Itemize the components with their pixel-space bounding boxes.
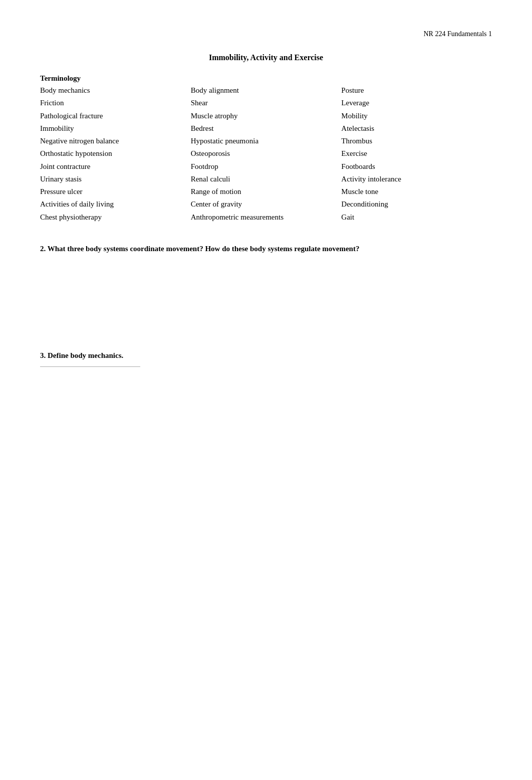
term-item: Footdrop	[191, 161, 342, 172]
term-item: Hypostatic pneumonia	[191, 135, 342, 147]
term-item: Friction	[40, 97, 191, 109]
page-title: Immobility, Activity and Exercise	[40, 53, 492, 62]
term-item: Atelectasis	[341, 123, 492, 134]
term-item: Urinary stasis	[40, 173, 191, 185]
questions-section: 2. What three body systems coordinate mo…	[40, 243, 492, 427]
term-item: Activity intolerance	[341, 173, 492, 185]
term-item: Mobility	[341, 110, 492, 122]
terminology-grid: Body mechanicsFrictionPathological fract…	[40, 85, 492, 223]
term-column-2: Body alignmentShearMuscle atrophyBedrest…	[191, 85, 342, 223]
term-item: Immobility	[40, 123, 191, 134]
term-item: Thrombus	[341, 135, 492, 147]
term-item: Orthostatic hypotension	[40, 148, 191, 159]
term-item: Joint contracture	[40, 161, 191, 172]
term-item: Leverage	[341, 97, 492, 109]
question-text-2: 2. What three body systems coordinate mo…	[40, 243, 492, 255]
term-item: Exercise	[341, 148, 492, 159]
term-item: Pathological fracture	[40, 110, 191, 122]
question-text-3: 3. Define body mechanics.	[40, 350, 492, 361]
term-item: Posture	[341, 85, 492, 96]
terminology-section: Terminology Body mechanicsFrictionPathol…	[40, 74, 492, 223]
term-item: Shear	[191, 97, 342, 109]
term-item: Range of motion	[191, 186, 342, 198]
term-item: Negative nitrogen balance	[40, 135, 191, 147]
page-header: NR 224 Fundamentals 1	[40, 30, 492, 38]
question-block-2: 2. What three body systems coordinate mo…	[40, 243, 492, 320]
answer-area-2	[40, 260, 492, 320]
term-item: Anthropometric measurements	[191, 212, 342, 223]
term-item: Osteoporosis	[191, 148, 342, 159]
term-item: Bedrest	[191, 123, 342, 134]
term-item: Muscle atrophy	[191, 110, 342, 122]
term-item: Footboards	[341, 161, 492, 172]
term-item: Body alignment	[191, 85, 342, 96]
answer-area-3	[40, 366, 492, 427]
term-item: Muscle tone	[341, 186, 492, 198]
term-item: Activities of daily living	[40, 199, 191, 210]
term-item: Center of gravity	[191, 199, 342, 210]
term-item: Deconditioning	[341, 199, 492, 210]
term-item: Chest physiotherapy	[40, 212, 191, 223]
term-column-1: Body mechanicsFrictionPathological fract…	[40, 85, 191, 223]
terminology-label: Terminology	[40, 74, 492, 83]
term-column-3: PostureLeverageMobilityAtelectasisThromb…	[341, 85, 492, 223]
question-block-3: 3. Define body mechanics.	[40, 350, 492, 427]
term-item: Renal calculi	[191, 173, 342, 185]
term-item: Body mechanics	[40, 85, 191, 96]
underline-hint	[40, 366, 140, 367]
term-item: Gait	[341, 212, 492, 223]
term-item: Pressure ulcer	[40, 186, 191, 198]
